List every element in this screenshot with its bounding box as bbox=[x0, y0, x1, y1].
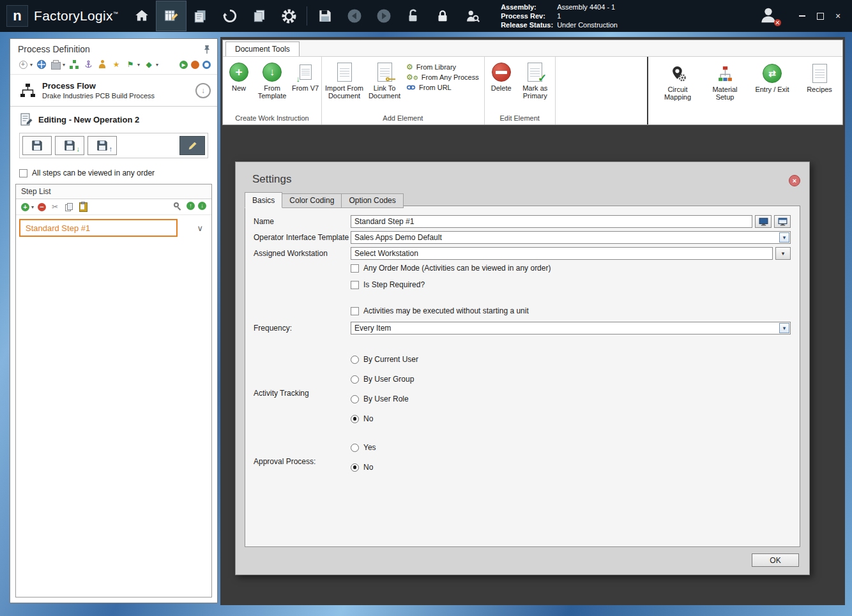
from-any-process-button[interactable]: ⚙⚙ From Any Process bbox=[406, 73, 479, 81]
delete-element-button[interactable]: Delete bbox=[486, 61, 517, 93]
move-step-up-icon[interactable]: ↑ bbox=[186, 202, 195, 210]
name-editor-button[interactable] bbox=[755, 215, 772, 228]
tab-basics[interactable]: Basics bbox=[245, 192, 282, 208]
ok-button[interactable]: OK bbox=[752, 553, 799, 567]
entry-exit-button[interactable]: ⇄ Entry / Exit bbox=[752, 62, 793, 94]
any-order-mode-checkbox[interactable] bbox=[351, 264, 359, 273]
add-item-dropdown-icon[interactable]: ▾ bbox=[30, 62, 33, 68]
dialog-close-button[interactable]: × bbox=[789, 175, 800, 186]
refresh-button[interactable] bbox=[215, 1, 245, 31]
step-expand-icon[interactable]: ∨ bbox=[197, 223, 203, 233]
operation-buttons: ↓ ↑ bbox=[19, 133, 208, 158]
diamond-icon[interactable]: ◆ bbox=[144, 59, 154, 70]
template-select[interactable]: Sales Apps Demo Default ▾ bbox=[351, 231, 791, 244]
cut-icon[interactable]: ✂ bbox=[50, 202, 60, 212]
group-caption: Add Element bbox=[323, 114, 483, 124]
assign-user-icon[interactable] bbox=[97, 59, 107, 70]
workstation-select[interactable]: Select Workstation bbox=[351, 247, 773, 260]
titlebar: n FactoryLogix™ bbox=[0, 0, 852, 32]
paste-icon[interactable] bbox=[78, 202, 88, 212]
collapse-section-icon[interactable]: ↓ bbox=[195, 83, 211, 98]
user-audit-button[interactable] bbox=[457, 1, 487, 31]
unlock-button[interactable] bbox=[399, 1, 428, 31]
activity-by-current-user-radio[interactable] bbox=[351, 356, 359, 364]
import-from-document-button[interactable]: Import From Document bbox=[323, 61, 365, 101]
maximize-button[interactable] bbox=[811, 8, 829, 24]
start-icon[interactable]: ▶ bbox=[179, 61, 188, 69]
material-setup-button[interactable]: Material Setup bbox=[704, 62, 745, 102]
move-step-down-icon[interactable]: ↓ bbox=[198, 202, 206, 210]
link-icon bbox=[406, 84, 416, 91]
panel-title: Process Definition bbox=[18, 44, 90, 54]
tab-document-tools[interactable]: Document Tools bbox=[225, 41, 300, 56]
step-item-standard-step-1[interactable]: Standard Step #1 bbox=[19, 219, 178, 237]
activity-by-user-role-radio[interactable] bbox=[351, 395, 359, 403]
lock-button[interactable] bbox=[428, 1, 457, 31]
name-preview-button[interactable] bbox=[774, 215, 791, 228]
frequency-select[interactable]: Every Item ▾ bbox=[351, 322, 791, 334]
from-library-button[interactable]: ⚙ From Library bbox=[406, 63, 479, 71]
undo-button[interactable] bbox=[340, 1, 369, 31]
flag-icon[interactable]: ⚑ bbox=[125, 59, 135, 70]
copy-icon[interactable] bbox=[64, 202, 74, 212]
tab-option-codes[interactable]: Option Codes bbox=[342, 193, 403, 208]
print-icon[interactable] bbox=[50, 59, 61, 70]
edit-operation-button[interactable] bbox=[179, 136, 205, 155]
mark-as-primary-button[interactable]: ✓ Mark as Primary bbox=[517, 61, 554, 101]
save-button[interactable] bbox=[310, 1, 340, 31]
circuit-mapping-button[interactable]: Circuit Mapping bbox=[657, 62, 698, 102]
workstation-dropdown-button[interactable]: ▾ bbox=[775, 247, 791, 260]
chevron-down-icon[interactable]: ▾ bbox=[779, 232, 789, 243]
templates-button[interactable] bbox=[186, 1, 215, 31]
copy-documents-button[interactable] bbox=[245, 1, 274, 31]
minimize-button[interactable] bbox=[793, 8, 811, 24]
activity-no-radio[interactable] bbox=[351, 415, 359, 423]
anchor-icon[interactable] bbox=[83, 59, 93, 70]
approval-no-radio[interactable] bbox=[351, 463, 359, 472]
add-step-icon[interactable]: + bbox=[21, 203, 29, 211]
assembly-info: Assembly:Assembly 4404 - 1 Process Rev:1… bbox=[501, 3, 618, 29]
settings-tabs: Basics Color Coding Option Codes bbox=[245, 192, 404, 208]
tab-color-coding[interactable]: Color Coding bbox=[282, 193, 342, 208]
is-step-required-checkbox[interactable] bbox=[351, 281, 359, 289]
redo-button[interactable] bbox=[369, 1, 399, 31]
toolbar-separator bbox=[307, 6, 307, 26]
from-v7-button[interactable]: ↓ From V7 bbox=[291, 61, 320, 93]
any-order-checkbox[interactable] bbox=[19, 169, 27, 177]
remove-step-icon[interactable]: − bbox=[38, 203, 46, 211]
recipes-button[interactable]: Recipes bbox=[799, 62, 840, 94]
diamond-dropdown-icon[interactable]: ▾ bbox=[156, 62, 158, 68]
settings-button[interactable] bbox=[274, 1, 303, 31]
help-icon[interactable] bbox=[202, 61, 211, 69]
forward-arrow-icon bbox=[375, 7, 393, 25]
flag-dropdown-icon[interactable]: ▾ bbox=[137, 62, 140, 68]
star-icon[interactable]: ★ bbox=[111, 59, 121, 70]
add-item-icon[interactable]: + bbox=[18, 59, 28, 70]
from-template-button[interactable]: ↓ From Template bbox=[254, 61, 291, 101]
link-to-document-button[interactable]: Link To Document bbox=[365, 61, 404, 101]
current-user-button[interactable] bbox=[757, 4, 783, 27]
approval-yes-radio[interactable] bbox=[351, 444, 359, 452]
record-icon[interactable] bbox=[191, 61, 199, 69]
globe-icon[interactable] bbox=[36, 59, 47, 70]
import-operation-button[interactable]: ↓ bbox=[55, 136, 84, 155]
name-input[interactable] bbox=[351, 215, 752, 228]
pin-icon[interactable] bbox=[203, 45, 211, 54]
zoom-step-icon[interactable] bbox=[173, 202, 183, 212]
print-dropdown-icon[interactable]: ▾ bbox=[63, 62, 65, 68]
add-step-dropdown-icon[interactable]: ▾ bbox=[31, 204, 34, 210]
name-label: Name bbox=[254, 217, 351, 226]
home-button[interactable] bbox=[127, 1, 156, 31]
components-icon[interactable] bbox=[69, 59, 79, 70]
activity-by-user-group-radio[interactable] bbox=[351, 375, 359, 384]
group-add-element: Import From Document Link To Document ⚙ … bbox=[322, 57, 485, 124]
export-operation-button[interactable]: ↑ bbox=[87, 136, 117, 155]
activities-without-unit-checkbox[interactable] bbox=[351, 307, 359, 315]
save-operation-button[interactable] bbox=[22, 136, 52, 155]
from-url-button[interactable]: From URL bbox=[406, 84, 479, 91]
process-flow-section[interactable]: Process Flow Drake Industries PCB Build … bbox=[10, 74, 217, 106]
chevron-down-icon[interactable]: ▾ bbox=[779, 323, 789, 333]
close-window-button[interactable]: × bbox=[829, 8, 847, 24]
process-editor-button[interactable] bbox=[156, 1, 186, 31]
new-work-instruction-button[interactable]: + New bbox=[224, 61, 254, 93]
